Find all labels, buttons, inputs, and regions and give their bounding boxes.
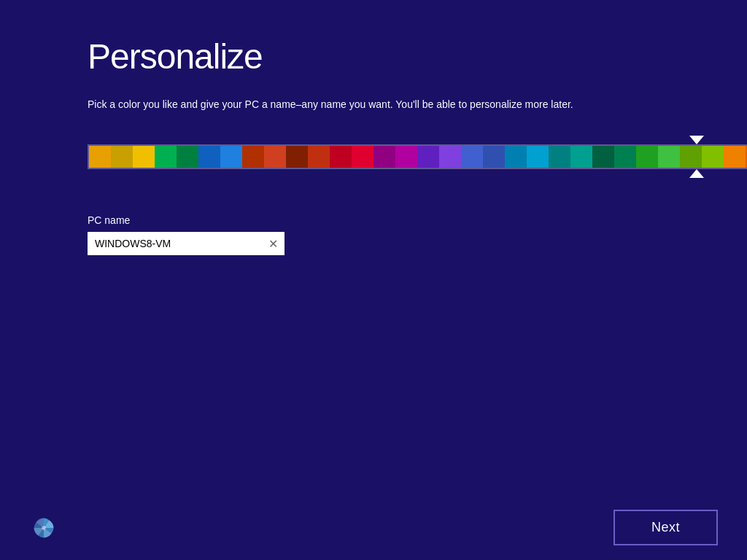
color-swatch[interactable] xyxy=(242,146,264,168)
main-content: Personalize Pick a color you like and gi… xyxy=(0,0,747,292)
pc-name-label: PC name xyxy=(88,214,659,226)
color-swatch[interactable] xyxy=(614,146,636,168)
next-button[interactable]: Next xyxy=(614,510,718,545)
color-swatch[interactable] xyxy=(352,146,374,168)
color-swatch[interactable] xyxy=(658,146,680,168)
color-swatch[interactable] xyxy=(198,146,220,168)
color-bar[interactable] xyxy=(88,144,747,169)
color-swatch[interactable] xyxy=(461,146,483,168)
subtitle: Pick a color you like and give your PC a… xyxy=(88,98,659,110)
clear-input-button[interactable]: ✕ xyxy=(263,234,284,254)
arrow-up-indicator xyxy=(689,169,704,178)
footer: Next xyxy=(0,495,747,560)
color-swatch[interactable] xyxy=(286,146,308,168)
color-swatch[interactable] xyxy=(680,146,702,168)
color-swatch[interactable] xyxy=(220,146,242,168)
pc-name-input[interactable] xyxy=(88,232,263,255)
color-swatch[interactable] xyxy=(133,146,155,168)
color-swatch[interactable] xyxy=(155,146,177,168)
color-swatch[interactable] xyxy=(308,146,330,168)
color-swatch[interactable] xyxy=(549,146,570,168)
pc-name-input-wrapper: ✕ xyxy=(88,232,285,255)
color-swatch[interactable] xyxy=(177,146,198,168)
windows-logo-icon xyxy=(31,515,57,541)
color-swatch[interactable] xyxy=(395,146,417,168)
color-swatch[interactable] xyxy=(724,146,746,168)
color-swatch[interactable] xyxy=(702,146,724,168)
color-swatch[interactable] xyxy=(264,146,286,168)
color-swatch[interactable] xyxy=(636,146,658,168)
color-swatch[interactable] xyxy=(527,146,549,168)
color-swatch[interactable] xyxy=(330,146,352,168)
svg-point-0 xyxy=(42,526,45,529)
color-swatch[interactable] xyxy=(570,146,592,168)
color-swatch[interactable] xyxy=(111,146,133,168)
color-picker-container xyxy=(88,136,747,178)
color-swatch[interactable] xyxy=(374,146,395,168)
color-swatch[interactable] xyxy=(439,146,461,168)
color-swatch[interactable] xyxy=(592,146,614,168)
color-swatch[interactable] xyxy=(89,146,111,168)
color-swatch[interactable] xyxy=(483,146,505,168)
color-swatch[interactable] xyxy=(505,146,527,168)
color-swatch[interactable] xyxy=(417,146,439,168)
windows-logo xyxy=(29,513,58,542)
page-title: Personalize xyxy=(88,36,659,77)
pc-name-section: PC name ✕ xyxy=(88,214,659,255)
arrow-down-indicator xyxy=(689,136,704,144)
